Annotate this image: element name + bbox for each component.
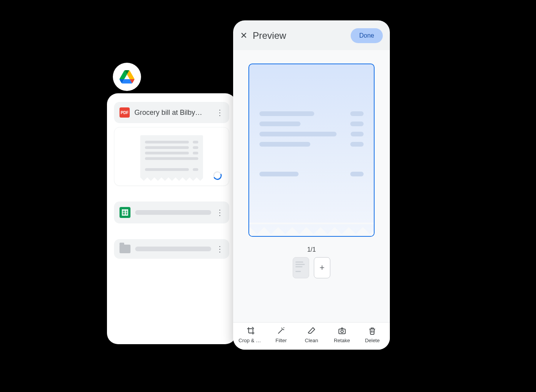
scan-preview-panel: ✕ Preview Done 1/1 + (233, 20, 390, 350)
crop-icon (246, 327, 255, 335)
more-icon[interactable]: ⋮ (216, 109, 224, 116)
tool-label: Retake (334, 338, 350, 343)
svg-point-1 (340, 330, 343, 332)
tool-label: Delete (365, 338, 380, 343)
preview-title: Preview (253, 30, 345, 41)
crop-rotate-button[interactable]: Crop & R… (235, 327, 266, 343)
trash-icon (368, 327, 377, 335)
drive-icon (120, 70, 134, 83)
magic-wand-icon (277, 327, 285, 335)
preview-header: ✕ Preview Done (233, 20, 390, 50)
filter-button[interactable]: Filter (266, 327, 297, 343)
drive-file-list-card: PDF Grocery bill at Bilby… ⋮ ⋮ ⋮ (107, 93, 236, 344)
more-icon[interactable]: ⋮ (216, 209, 224, 216)
close-icon[interactable]: ✕ (240, 31, 247, 40)
sheets-icon (120, 207, 130, 218)
page-thumbnails: + (293, 257, 330, 278)
file-name-placeholder (135, 247, 211, 251)
scan-crop-frame[interactable] (248, 64, 375, 237)
tool-label: Clean (305, 338, 318, 343)
camera-icon (338, 327, 346, 335)
clean-button[interactable]: Clean (296, 327, 327, 343)
add-page-button[interactable]: + (314, 257, 330, 278)
page-thumbnail[interactable] (293, 257, 309, 278)
preview-body: 1/1 + (233, 50, 390, 322)
svg-rect-0 (339, 329, 345, 334)
tool-label: Crop & R… (239, 338, 263, 343)
scan-content-placeholder (259, 111, 364, 182)
drive-logo-badge (113, 63, 141, 91)
receipt-edge-icon (140, 176, 203, 181)
file-name-placeholder (135, 210, 211, 215)
eraser-icon (307, 327, 316, 335)
file-preview-thumbnail (114, 127, 229, 186)
loading-spinner-icon (212, 170, 223, 181)
receipt-icon (140, 135, 203, 176)
tool-label: Filter (275, 338, 287, 343)
pdf-icon: PDF (120, 107, 130, 118)
delete-button[interactable]: Delete (357, 327, 388, 343)
file-row-folder[interactable]: ⋮ (114, 239, 229, 259)
file-name: Grocery bill at Bilby… (134, 109, 211, 117)
file-row-pdf[interactable]: PDF Grocery bill at Bilby… ⋮ (114, 102, 229, 123)
receipt-edge-icon (249, 223, 374, 236)
preview-toolbar: Crop & R… Filter Clean Retake Delet (233, 322, 390, 350)
file-row-sheet[interactable]: ⋮ (114, 201, 229, 223)
done-button[interactable]: Done (351, 28, 383, 43)
retake-button[interactable]: Retake (327, 327, 357, 343)
more-icon[interactable]: ⋮ (216, 245, 224, 253)
page-indicator: 1/1 (307, 246, 316, 253)
plus-icon: + (320, 263, 325, 273)
folder-icon (120, 245, 130, 253)
